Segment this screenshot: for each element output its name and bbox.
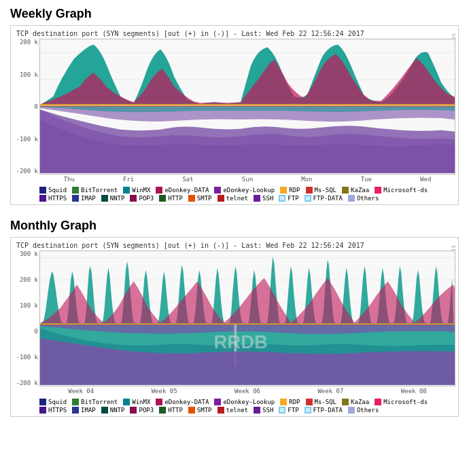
m-legend-kazaa: KaZaa bbox=[342, 399, 369, 405]
legend-squid-label: Squid bbox=[48, 187, 67, 194]
m-legend-others: Others bbox=[348, 407, 379, 414]
weekly-legend-grid: Squid BitTorrent WinMX eDonkey-DATA eDon… bbox=[39, 187, 455, 202]
monthly-section: Monthly Graph TCP destination port (SYN … bbox=[10, 219, 459, 417]
legend-ftpdata: FTP-DATA bbox=[305, 195, 343, 202]
monthly-legend-grid: Squid BitTorrent WinMX eDonkey-DATA eDon… bbox=[39, 399, 455, 414]
x-label-thu: Thu bbox=[39, 176, 99, 183]
weekly-header-text: TCP destination port (SYN segments) [out… bbox=[16, 30, 364, 37]
m-legend-microsoftds: Microsoft-ds bbox=[375, 399, 428, 405]
my-label-200k: 200 k bbox=[20, 276, 38, 283]
m-legend-edonkeylookup-label: eDonkey-Lookup bbox=[223, 399, 275, 405]
x-label-fri: Fri bbox=[99, 176, 158, 183]
m-legend-imap: IMAP bbox=[72, 407, 96, 414]
x-label-week07: Week 07 bbox=[289, 388, 372, 395]
legend-winmx: WinMX bbox=[123, 187, 150, 194]
my-label-300k: 300 k bbox=[20, 251, 38, 257]
legend-smtp: SMTP bbox=[188, 195, 212, 202]
legend-microsoftds-label: Microsoft-ds bbox=[383, 187, 428, 194]
legend-squid: Squid bbox=[39, 187, 67, 194]
m-legend-microsoftds-label: Microsoft-ds bbox=[383, 399, 428, 405]
weekly-x-axis: Thu Fri Sat Sun Mon Tue Wed bbox=[39, 175, 455, 184]
x-label-wed: Wed bbox=[396, 176, 455, 183]
legend-bittorrent: BitTorrent bbox=[72, 187, 118, 194]
x-label-tue: Tue bbox=[336, 176, 396, 183]
m-legend-mssql: Ms-SQL bbox=[306, 399, 337, 405]
weekly-y-axis: 200 k 100 k 0 -100 k -200 k bbox=[14, 39, 39, 175]
legend-mssql: Ms-SQL bbox=[306, 187, 337, 194]
x-label-mon: Mon bbox=[277, 176, 336, 183]
m-legend-telnet-label: telnet bbox=[226, 407, 249, 414]
m-legend-squid-label: Squid bbox=[48, 399, 67, 405]
monthly-chart-svg-container: RRDB bbox=[39, 251, 455, 386]
legend-kazaa: KaZaa bbox=[342, 187, 369, 194]
m-legend-pop3-label: POP3 bbox=[139, 407, 154, 414]
legend-ftp: FTP bbox=[279, 195, 298, 202]
monthly-graph-header: TCP destination port (SYN segments) [out… bbox=[14, 240, 455, 251]
legend-smtp-label: SMTP bbox=[197, 195, 212, 202]
monthly-graph-container: TCP destination port (SYN segments) [out… bbox=[10, 237, 459, 417]
weekly-legend: Squid BitTorrent WinMX eDonkey-DATA eDon… bbox=[39, 187, 455, 202]
y-label-0: 0 bbox=[35, 103, 38, 110]
my-label-100k: 100 k bbox=[20, 302, 38, 309]
monthly-y-axis: 300 k 200 k 100 k 0 -100 k -200 k bbox=[14, 251, 39, 386]
monthly-legend: Squid BitTorrent WinMX eDonkey-DATA eDon… bbox=[39, 399, 455, 414]
monthly-chart-svg: RRDB bbox=[40, 251, 455, 385]
m-legend-bittorrent: BitTorrent bbox=[72, 399, 118, 405]
legend-others: Others bbox=[348, 195, 379, 202]
m-legend-pop3: POP3 bbox=[130, 407, 154, 414]
y-label-neg100k: -100 k bbox=[16, 136, 38, 143]
x-label-sat: Sat bbox=[158, 176, 218, 183]
m-legend-https: HTTPS bbox=[39, 407, 67, 414]
legend-nntp: NNTP bbox=[101, 195, 125, 202]
m-legend-rdp-label: RDP bbox=[289, 399, 300, 405]
y-label-200k: 200 k bbox=[20, 39, 38, 45]
m-legend-bittorrent-label: BitTorrent bbox=[81, 399, 118, 405]
m-legend-https-label: HTTPS bbox=[48, 407, 67, 414]
legend-ssh-label: SSH bbox=[262, 195, 273, 202]
y-label-neg200k: -200 k bbox=[16, 168, 38, 175]
m-legend-imap-label: IMAP bbox=[81, 407, 96, 414]
weekly-graph-container: TCP destination port (SYN segments) [out… bbox=[10, 25, 459, 205]
y-label-100k: 100 k bbox=[20, 71, 38, 78]
legend-telnet-label: telnet bbox=[226, 195, 249, 202]
legend-imap-label: IMAP bbox=[81, 195, 96, 202]
legend-https: HTTPS bbox=[39, 195, 67, 202]
m-legend-winmx-label: WinMX bbox=[132, 399, 150, 405]
legend-bittorrent-label: BitTorrent bbox=[81, 187, 118, 194]
legend-http-label: HTTP bbox=[168, 195, 183, 202]
my-label-neg100k: -100 k bbox=[16, 354, 38, 361]
m-legend-ssh: SSH bbox=[254, 407, 273, 414]
x-label-week04: Week 04 bbox=[39, 388, 122, 395]
weekly-graph-header: TCP destination port (SYN segments) [out… bbox=[14, 29, 455, 39]
monthly-title: Monthly Graph bbox=[10, 219, 459, 233]
m-legend-nntp-label: NNTP bbox=[110, 407, 125, 414]
weekly-section: Weekly Graph TCP destination port (SYN s… bbox=[10, 7, 459, 205]
m-legend-edonkeydata-label: eDonkey-DATA bbox=[164, 399, 209, 405]
legend-pop3: POP3 bbox=[130, 195, 154, 202]
x-label-week08: Week 08 bbox=[372, 388, 455, 395]
legend-https-label: HTTPS bbox=[48, 195, 67, 202]
m-legend-ftp-label: FTP bbox=[288, 407, 298, 414]
weekly-chart-svg bbox=[40, 39, 455, 173]
legend-kazaa-label: KaZaa bbox=[351, 187, 369, 194]
m-legend-ftp: FTP bbox=[279, 407, 298, 414]
x-label-week06: Week 06 bbox=[206, 388, 289, 395]
legend-winmx-label: WinMX bbox=[132, 187, 150, 194]
legend-edonkeylookup-label: eDonkey-Lookup bbox=[223, 187, 275, 194]
legend-pop3-label: POP3 bbox=[139, 195, 154, 202]
m-legend-kazaa-label: KaZaa bbox=[351, 399, 369, 405]
m-legend-winmx: WinMX bbox=[123, 399, 150, 405]
m-legend-ftpdata: FTP-DATA bbox=[305, 407, 343, 414]
monthly-x-axis: Week 04 Week 05 Week 06 Week 07 Week 08 bbox=[39, 386, 455, 396]
legend-microsoftds: Microsoft-ds bbox=[375, 187, 428, 194]
legend-http: HTTP bbox=[159, 195, 183, 202]
legend-ssh: SSH bbox=[254, 195, 273, 202]
svg-text:RRDB: RRDB bbox=[213, 331, 268, 352]
m-legend-mssql-label: Ms-SQL bbox=[315, 399, 337, 405]
legend-ftpdata-label: FTP-DATA bbox=[313, 195, 343, 202]
legend-imap: IMAP bbox=[72, 195, 96, 202]
m-legend-smtp: SMTP bbox=[188, 407, 212, 414]
monthly-chart-wrapper: 300 k 200 k 100 k 0 -100 k -200 k bbox=[14, 251, 455, 386]
weekly-chart-svg-container bbox=[39, 39, 455, 175]
m-legend-smtp-label: SMTP bbox=[197, 407, 212, 414]
